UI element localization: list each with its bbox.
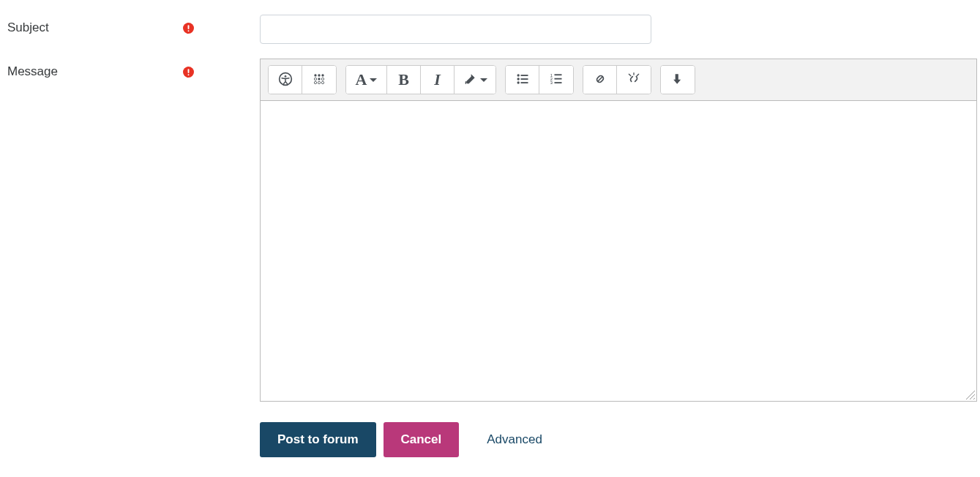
svg-rect-2 <box>187 30 189 31</box>
svg-rect-1 <box>187 25 189 29</box>
svg-point-16 <box>321 81 323 83</box>
bold-icon: B <box>398 70 409 89</box>
screenreader-button[interactable] <box>302 66 336 94</box>
message-label-col: Message <box>7 59 201 79</box>
svg-point-19 <box>517 78 519 80</box>
subject-label: Subject <box>7 20 49 35</box>
svg-rect-26 <box>555 78 562 79</box>
svg-point-8 <box>314 74 316 76</box>
svg-text:3: 3 <box>550 80 553 84</box>
message-row: Message <box>7 59 973 402</box>
text-color-button[interactable] <box>455 66 495 94</box>
toolbar-group-expand <box>660 65 695 94</box>
svg-point-15 <box>318 81 320 83</box>
subject-label-col: Subject <box>7 15 201 35</box>
braille-icon <box>312 72 326 89</box>
italic-icon: I <box>434 70 441 89</box>
ordered-list-icon: 123 <box>549 72 564 89</box>
svg-rect-4 <box>187 69 189 73</box>
svg-rect-5 <box>187 74 189 75</box>
subject-input[interactable] <box>260 15 651 44</box>
svg-point-21 <box>517 81 519 83</box>
bold-button[interactable]: B <box>387 66 421 94</box>
unordered-list-button[interactable] <box>506 66 539 94</box>
toolbar-group-accessibility <box>268 65 337 94</box>
svg-rect-28 <box>555 82 562 83</box>
post-to-forum-button[interactable]: Post to forum <box>260 422 376 457</box>
unlink-icon <box>626 72 641 89</box>
brush-icon <box>463 72 477 89</box>
svg-point-7 <box>284 75 286 77</box>
advanced-link[interactable]: Advanced <box>487 432 542 447</box>
cancel-button[interactable]: Cancel <box>384 422 460 457</box>
svg-point-14 <box>314 81 316 83</box>
svg-point-9 <box>318 74 320 76</box>
subject-row: Subject <box>7 15 973 44</box>
rich-text-editor: A B I <box>260 59 977 402</box>
subject-field-col <box>201 15 973 44</box>
toolbar-group-lists: 123 <box>505 65 574 94</box>
link-icon <box>593 72 607 89</box>
message-field-col: A B I <box>201 59 977 402</box>
ordered-list-button[interactable]: 123 <box>539 66 573 94</box>
svg-rect-18 <box>520 75 528 76</box>
italic-button[interactable]: I <box>421 66 455 94</box>
required-icon <box>182 66 194 78</box>
unlink-button[interactable] <box>617 66 651 94</box>
svg-point-17 <box>517 74 519 76</box>
link-button[interactable] <box>583 66 617 94</box>
svg-rect-22 <box>520 82 528 83</box>
unordered-list-icon <box>515 72 530 89</box>
arrow-down-icon <box>670 72 685 89</box>
svg-point-12 <box>318 78 320 80</box>
svg-point-10 <box>321 74 323 76</box>
toolbar-group-links <box>583 65 651 94</box>
message-textarea[interactable] <box>261 101 976 401</box>
toolbar-group-format: A B I <box>345 65 496 94</box>
chevron-down-icon <box>480 78 487 82</box>
svg-rect-20 <box>520 78 528 80</box>
editor-toolbar: A B I <box>261 59 976 101</box>
font-icon: A <box>356 70 367 89</box>
paragraph-style-button[interactable]: A <box>346 66 387 94</box>
show-more-button[interactable] <box>661 66 695 94</box>
message-label: Message <box>7 64 58 79</box>
form-actions: Post to forum Cancel Advanced <box>7 422 973 457</box>
accessibility-button[interactable] <box>269 66 302 94</box>
resize-handle[interactable] <box>965 390 976 400</box>
svg-point-11 <box>314 78 316 80</box>
accessibility-icon <box>278 72 293 89</box>
required-icon <box>182 22 194 34</box>
svg-point-13 <box>321 78 323 80</box>
chevron-down-icon <box>370 78 377 82</box>
svg-rect-24 <box>555 74 562 75</box>
